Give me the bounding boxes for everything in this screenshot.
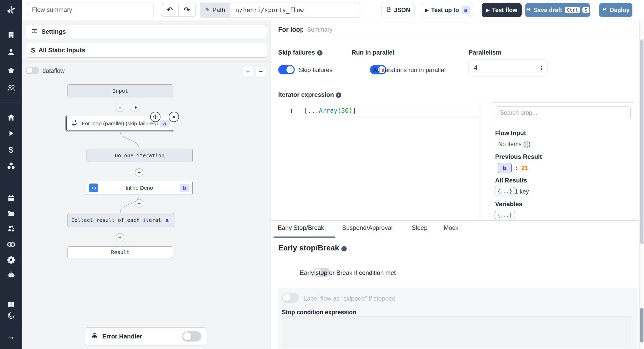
scrollbar-track[interactable] <box>639 20 644 349</box>
settings-gear-icon[interactable] <box>7 255 15 265</box>
flow-input-empty: No items ([]) <box>498 141 530 148</box>
move-node-icon[interactable] <box>150 112 160 122</box>
deploy-button[interactable]: Deploy <box>599 3 632 17</box>
play-outline-icon: ▶ <box>425 7 429 13</box>
path-label-segment: ✎ Path <box>200 3 230 17</box>
groups-icon[interactable] <box>7 84 15 93</box>
summary-placeholder: Summary <box>307 26 332 33</box>
run-in-parallel-title: Run in parallel <box>352 49 394 56</box>
path-value-segment: u/henri/sporty_flow <box>230 3 360 17</box>
workspace-building-icon[interactable] <box>7 31 15 40</box>
insert-step-button[interactable]: + <box>135 199 143 207</box>
user-icon[interactable] <box>7 48 15 57</box>
previous-result-value: 21 <box>521 164 528 172</box>
folders-icon[interactable] <box>7 209 15 219</box>
node-for-loop[interactable]: For loop (parallel) (skip failures) a ✕ <box>66 116 173 131</box>
variables-object-badge[interactable]: {...} <box>495 211 515 219</box>
active-tab-underline <box>274 237 335 238</box>
previous-result-key-badge[interactable]: b <box>498 163 512 173</box>
docs-book-icon[interactable] <box>7 300 15 310</box>
redo-button[interactable]: ↷ <box>178 3 196 17</box>
all-results-object-badge[interactable]: {...} <box>495 187 515 195</box>
trigger-bolt-button[interactable] <box>132 103 140 112</box>
tab-suspend-approval[interactable]: Suspend/Approval <box>342 224 393 231</box>
all-results-summary: 1 key <box>515 188 529 195</box>
node-inline-deno[interactable]: TS Inline Deno b <box>86 181 193 195</box>
resources-boxes-icon[interactable] <box>7 161 15 171</box>
repeat-icon <box>71 119 78 127</box>
summary-input[interactable]: Summary <box>303 22 636 37</box>
insert-step-button[interactable]: + <box>135 168 143 177</box>
error-handler-label: Error Handler <box>102 333 142 340</box>
parallelism-title: Parallelism <box>469 49 501 56</box>
early-stop-toggle-label: Early stop or Break if condition met <box>300 269 396 276</box>
save-draft-label: Save draft <box>533 7 562 14</box>
sidebar-divider <box>0 323 22 323</box>
node-collect-result[interactable]: Collect result of each iteration a <box>67 213 174 227</box>
flow-editor: $ → Flow summary <box>0 0 644 349</box>
error-handler-toggle[interactable] <box>182 331 201 342</box>
dark-mode-moon-icon[interactable] <box>7 311 15 321</box>
scrollbar-thumb-lower[interactable] <box>640 308 643 343</box>
runs-play-icon[interactable] <box>7 129 15 138</box>
delete-node-icon[interactable]: ✕ <box>169 112 179 122</box>
tab-early-stop-break[interactable]: Early Stop/Break <box>278 224 324 231</box>
insert-step-button[interactable]: + <box>116 233 124 241</box>
schedules-calendar-icon[interactable] <box>7 194 15 203</box>
test-flow-button[interactable]: ▶ Test flow <box>482 3 522 17</box>
iterator-title: Iterator expressioni <box>278 91 341 98</box>
deploy-save-icon <box>602 7 607 14</box>
iterator-code-editor[interactable]: 1 [...Array(30)] <box>278 102 482 220</box>
node-inline-deno-label: Inline Deno <box>125 185 153 191</box>
module-tabs: Early Stop/Break Suspend/Approval Sleep … <box>270 220 644 237</box>
previous-result-title: Previous Result <box>495 153 542 160</box>
favorites-star-icon[interactable] <box>7 66 15 76</box>
error-handler-card[interactable]: Error Handler <box>85 327 207 345</box>
sidebar-divider <box>0 102 22 102</box>
flow-summary-placeholder: Flow summary <box>32 6 72 13</box>
skipped-label-toggle[interactable] <box>282 293 299 303</box>
info-icon[interactable]: i <box>336 92 341 98</box>
flow-graph-panel: Settings $ All Static Inputs dataflow + … <box>22 20 270 349</box>
ai-robot-icon[interactable] <box>7 271 15 280</box>
collapse-arrow-right-icon[interactable]: → <box>7 331 15 341</box>
workers-users-gear-icon[interactable] <box>7 224 15 234</box>
node-result[interactable]: Result <box>67 246 173 258</box>
stepper-down-icon[interactable]: ▼ <box>540 68 543 71</box>
parallelism-input[interactable]: 4 ▲▼ <box>469 59 547 76</box>
info-icon[interactable]: i <box>341 246 347 251</box>
info-icon[interactable]: i <box>317 50 323 56</box>
scrollbar-thumb-upper[interactable] <box>640 39 643 244</box>
skip-failures-toggle[interactable] <box>278 65 295 74</box>
tab-sleep[interactable]: Sleep <box>412 224 427 231</box>
undo-button[interactable]: ↶ <box>161 3 178 17</box>
search-prop-placeholder: Search prop... <box>500 109 537 116</box>
audit-eye-icon[interactable] <box>6 240 16 250</box>
save-draft-button[interactable]: Save draft Ctrl S <box>525 3 590 17</box>
node-input[interactable]: Input <box>67 84 173 97</box>
stop-condition-editor[interactable] <box>282 317 631 347</box>
home-icon[interactable] <box>7 113 15 123</box>
json-button[interactable]: JSON <box>382 3 414 17</box>
flow-summary-input[interactable]: Flow summary <box>27 3 154 17</box>
editor-scrollbar[interactable] <box>479 102 482 220</box>
node-do-one-iteration[interactable]: Do one iteration <box>87 149 193 162</box>
early-stop-disabled-section: Label flow as "skipped" if stopped Stop … <box>278 288 638 349</box>
variables-dollar-icon[interactable]: $ <box>9 145 13 155</box>
path-field[interactable]: ✎ Path u/henri/sporty_flow <box>200 3 360 18</box>
early-stop-heading: Early stop/Breaki <box>278 243 347 252</box>
number-stepper[interactable]: ▲▼ <box>540 65 543 71</box>
all-results-title: All Results <box>495 177 527 184</box>
node-inline-deno-id-badge: b <box>180 184 189 192</box>
tab-mock[interactable]: Mock <box>444 224 458 231</box>
windmill-logo-icon[interactable] <box>6 4 16 16</box>
typescript-badge: TS <box>89 184 98 192</box>
test-up-to-button[interactable]: ▶ Test up to a <box>422 3 473 17</box>
kbd-s: S <box>582 7 589 13</box>
test-up-to-step-badge: a <box>462 6 470 14</box>
insert-step-button[interactable]: + <box>116 104 124 112</box>
node-for-loop-label: For loop (parallel) (skip failures) <box>82 120 158 127</box>
test-up-to-label: Test up to <box>431 7 459 14</box>
search-prop-input[interactable]: Search prop... <box>496 106 631 119</box>
pencil-icon: ✎ <box>205 7 210 13</box>
